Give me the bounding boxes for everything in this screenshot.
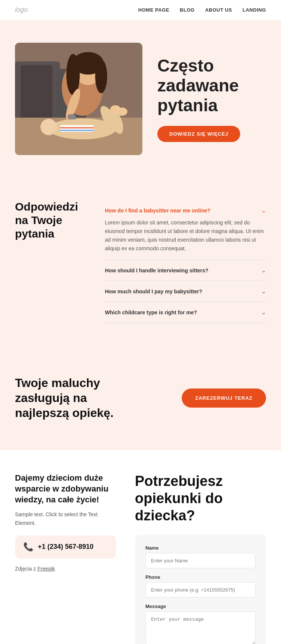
form-group-name: Name (145, 545, 256, 568)
faq-item-2-header[interactable]: How should I handle interviewing sitters… (105, 267, 266, 274)
faq-heading-text: Odpowiedzi na Twoje pytania (15, 200, 90, 241)
hero-text: Często zadawane pytania DOWIEDZ SIĘ WIĘC… (157, 56, 266, 142)
nav-about[interactable]: ABOUT US (205, 7, 232, 13)
photo-credit: Zdjęcia z Freepik (15, 565, 116, 573)
cta-button[interactable]: ZAREZERWUJ TERAZ (182, 388, 266, 408)
contact-left: Dajemy dzieciom duże wsparcie w zdobywan… (15, 473, 116, 581)
freepik-link[interactable]: Freepik (37, 566, 55, 572)
svg-rect-17 (68, 115, 76, 119)
message-input[interactable] (145, 611, 256, 644)
contact-heading: Potrzebujesz opiekunki do dziecka? (135, 473, 266, 524)
phone-box: 📞 +1 (234) 567-8910 (15, 535, 116, 559)
phone-input[interactable] (145, 582, 256, 598)
hero-section: Często zadawane pytania DOWIEDZ SIĘ WIĘC… (0, 20, 281, 178)
faq-item-4-header[interactable]: Which childcare type is right for me? ⌄ (105, 309, 266, 316)
photo-credit-prefix: Zdjęcia z (15, 566, 37, 572)
contact-section: Dajemy dzieciom duże wsparcie w zdobywan… (0, 450, 281, 644)
hero-cta-button[interactable]: DOWIEDZ SIĘ WIĘCEJ (157, 126, 240, 142)
nav-blog[interactable]: BLOG (180, 7, 195, 13)
faq-item-4: Which childcare type is right for me? ⌄ (105, 302, 266, 323)
faq-item-3-header[interactable]: How much should I pay my babysitter? ⌄ (105, 288, 266, 295)
faq-question-4: Which childcare type is right for me? (105, 309, 197, 315)
faq-item-1-header[interactable]: How do I find a babysitter near me onlin… (105, 207, 266, 214)
name-input[interactable] (145, 553, 256, 568)
faq-items-list: How do I find a babysitter near me onlin… (105, 200, 266, 323)
chevron-down-icon: ⌄ (261, 207, 266, 214)
faq-question-3: How much should I pay my babysitter? (105, 288, 202, 294)
contact-left-heading: Dajemy dzieciom duże wsparcie w zdobywan… (15, 473, 116, 505)
faq-item-2: How should I handle interviewing sitters… (105, 260, 266, 281)
form-group-message: Message (145, 604, 256, 644)
chevron-down-icon: ⌄ (261, 267, 266, 274)
form-group-phone: Phone (145, 574, 256, 598)
svg-rect-19 (60, 127, 94, 129)
svg-point-15 (95, 60, 107, 93)
faq-question-1: How do I find a babysitter near me onlin… (105, 208, 211, 214)
name-label: Name (145, 545, 256, 551)
cta-section: Twoje maluchy zasługują na najlepszą opi… (0, 353, 281, 450)
hero-photo (15, 43, 142, 155)
faq-section: Odpowiedzi na Twoje pytania How do I fin… (0, 178, 281, 353)
faq-answer-1: Lorem ipsum dolor sit amet, consectetur … (105, 218, 266, 253)
hero-image (15, 43, 142, 155)
navigation: logo HOME PAGE BLOG ABOUT US LANDING (0, 0, 281, 20)
nav-homepage[interactable]: HOME PAGE (138, 7, 169, 13)
nav-links: HOME PAGE BLOG ABOUT US LANDING (138, 7, 266, 13)
nav-landing[interactable]: LANDING (242, 7, 266, 13)
message-label: Message (145, 604, 256, 609)
phone-label: Phone (145, 574, 256, 580)
svg-point-6 (40, 119, 57, 135)
faq-item-1: How do I find a babysitter near me onlin… (105, 200, 266, 260)
cta-heading: Twoje maluchy zasługują na najlepszą opi… (15, 375, 135, 420)
svg-rect-20 (60, 130, 94, 131)
phone-number: +1 (234) 567-8910 (38, 543, 94, 551)
logo: logo (15, 6, 28, 14)
faq-question-2: How should I handle interviewing sitters… (105, 267, 208, 273)
svg-rect-2 (21, 65, 52, 125)
chevron-down-icon: ⌄ (261, 309, 266, 316)
phone-icon: 📞 (23, 542, 33, 552)
hero-title: Często zadawane pytania (157, 56, 266, 115)
contact-left-text: Sample text. Click to select the Text El… (15, 510, 116, 527)
faq-heading: Odpowiedzi na Twoje pytania (15, 200, 90, 241)
chevron-down-icon: ⌄ (261, 288, 266, 295)
contact-right: Potrzebujesz opiekunki do dziecka? Name … (135, 473, 266, 644)
contact-form: Name Phone Message PROŚBA O POŁĄCZENIE (135, 535, 266, 644)
svg-point-10 (117, 108, 127, 116)
faq-item-3: How much should I pay my babysitter? ⌄ (105, 281, 266, 302)
